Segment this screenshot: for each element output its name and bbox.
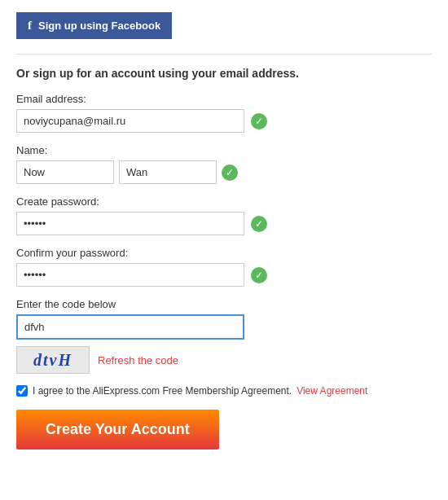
- confirm-password-label: Confirm your password:: [16, 247, 432, 259]
- confirm-password-group: Confirm your password: ✓: [16, 247, 432, 287]
- agreement-checkbox[interactable]: [16, 385, 28, 397]
- agreement-text: I agree to the AliExpress.com Free Membe…: [33, 385, 292, 397]
- password-input-row: ✓: [16, 212, 432, 235]
- name-group: Name: ✓: [16, 144, 432, 184]
- name-input-row: ✓: [16, 160, 432, 184]
- facebook-button-label: Sign up using Facebook: [38, 20, 160, 32]
- email-input-row: ✓: [16, 109, 432, 133]
- confirm-password-input-row: ✓: [16, 263, 432, 287]
- first-name-input[interactable]: [16, 160, 114, 184]
- email-input[interactable]: [16, 109, 244, 133]
- agreement-row: I agree to the AliExpress.com Free Membe…: [16, 385, 432, 397]
- password-input[interactable]: [16, 212, 244, 235]
- captcha-group: Enter the code below dtvH Refresh the co…: [16, 298, 432, 374]
- name-valid-icon: ✓: [222, 164, 238, 181]
- last-name-input[interactable]: [119, 160, 217, 184]
- captcha-image-row: dtvH Refresh the code: [16, 346, 432, 374]
- section-title: Or sign up for an account using your ema…: [16, 67, 432, 80]
- password-group: Create password: ✓: [16, 195, 432, 235]
- captcha-input[interactable]: [16, 314, 244, 340]
- confirm-password-input[interactable]: [16, 263, 244, 287]
- email-valid-icon: ✓: [251, 113, 267, 129]
- create-account-button[interactable]: Create Your Account: [16, 410, 219, 450]
- password-label: Create password:: [16, 195, 432, 208]
- refresh-captcha-link[interactable]: Refresh the code: [98, 354, 178, 366]
- captcha-label: Enter the code below: [16, 298, 432, 310]
- email-group: Email address: ✓: [16, 93, 432, 133]
- divider: [16, 54, 432, 55]
- captcha-input-row: [16, 314, 432, 340]
- confirm-password-valid-icon: ✓: [251, 267, 267, 283]
- facebook-signup-button[interactable]: f Sign up using Facebook: [16, 12, 172, 39]
- view-agreement-link[interactable]: View Agreement: [296, 385, 367, 397]
- password-valid-icon: ✓: [251, 216, 267, 232]
- captcha-image: dtvH: [16, 346, 90, 374]
- email-label: Email address:: [16, 93, 432, 105]
- facebook-icon: f: [28, 19, 32, 33]
- name-label: Name:: [16, 144, 432, 156]
